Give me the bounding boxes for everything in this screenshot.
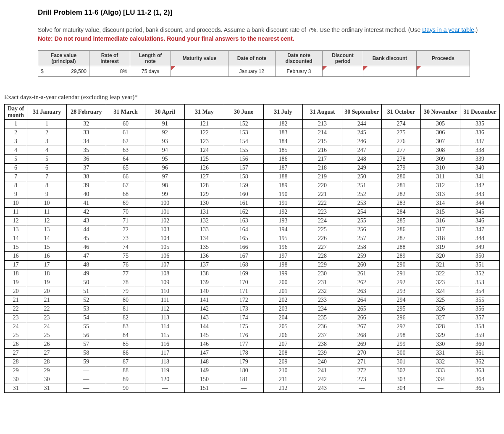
cell-value: 259 (342, 252, 381, 261)
cell-value: 364 (460, 375, 500, 384)
cell-value: 112 (145, 305, 185, 314)
cell-day: 26 (5, 340, 27, 349)
calendar-row: 14144573104134165195226257287318348 (5, 234, 500, 243)
cell-day: 8 (5, 181, 27, 190)
cell-value: 170 (224, 278, 263, 287)
cell-value: 85 (106, 340, 145, 349)
cell-value: 277 (381, 146, 421, 155)
cell-day: 9 (5, 190, 27, 199)
cell-value: 37 (66, 164, 106, 173)
cell-value: 150 (185, 375, 224, 384)
calendar-row: 55366495125156186217248278309339 (5, 155, 500, 164)
cell-value: 319 (421, 243, 460, 252)
cell-value: 137 (185, 261, 224, 269)
cell-day: 28 (5, 358, 27, 366)
cell-value: 328 (421, 322, 460, 331)
cell-value: 88 (106, 366, 145, 375)
cell-value: 165 (224, 234, 263, 243)
th-month: 31 December (460, 105, 500, 120)
instr-text-b: .) (474, 26, 478, 33)
cell-value: 250 (342, 173, 381, 181)
cell-value: 89 (106, 375, 145, 384)
cell-value: 146 (185, 340, 224, 349)
cell-value: 189 (263, 181, 303, 190)
cell-value: 62 (106, 137, 145, 146)
calendar-row: 3131—90—151—212243—304—365 (5, 384, 500, 393)
cell-value: 180 (224, 366, 263, 375)
th-month: 31 May (185, 105, 224, 120)
cell-value: 198 (263, 261, 303, 269)
proceeds-input[interactable] (417, 66, 470, 77)
cell-value: 127 (185, 173, 224, 181)
cell-value: 56 (66, 331, 106, 340)
cell-value: 125 (185, 155, 224, 164)
cell-value: 52 (66, 296, 106, 305)
cell-value: 304 (381, 384, 421, 393)
cell-value: 315 (421, 208, 460, 217)
cell-value: 124 (185, 146, 224, 155)
cell-day: 10 (5, 199, 27, 208)
cell-value: 131 (185, 208, 224, 217)
cell-value: 258 (342, 243, 381, 252)
cell-value: 153 (224, 128, 263, 137)
maturity-input[interactable] (171, 66, 228, 77)
cell-value: 87 (106, 358, 145, 366)
cell-value: 202 (263, 296, 303, 305)
cell-value: 353 (460, 278, 500, 287)
days-table-link[interactable]: Days in a year table (422, 26, 474, 33)
cell-value: 190 (263, 190, 303, 199)
cell-value: 82 (106, 314, 145, 322)
cell-value: 341 (460, 173, 500, 181)
cell-value: 157 (224, 164, 263, 173)
cell-value: 5 (27, 155, 67, 164)
bank-discount-input[interactable] (363, 66, 417, 77)
cell-value: 158 (224, 173, 263, 181)
cell-value: 215 (303, 137, 342, 146)
cell-value: 183 (263, 128, 303, 137)
face-value: 29,500 (71, 68, 87, 74)
calendar-row: 20205179110140171201232263293324354 (5, 287, 500, 296)
cell-value: 43 (66, 217, 106, 225)
instructions: Solve for maturity value, discount perio… (38, 26, 500, 34)
discount-period-input[interactable] (323, 66, 363, 77)
cell-value: 276 (381, 137, 421, 146)
cell-value: 271 (342, 358, 381, 366)
cell-value: 278 (381, 155, 421, 164)
cell-value: 19 (27, 278, 67, 287)
cell-value: 254 (342, 208, 381, 217)
cell-value: 13 (27, 225, 67, 234)
cell-value: 237 (303, 331, 342, 340)
calendar-row: 15154674105135166196227258288319349 (5, 243, 500, 252)
cell-value: 1 (27, 120, 67, 128)
cell-value: 66 (106, 173, 145, 181)
cell-value: 25 (27, 331, 67, 340)
th-month: 30 June (224, 105, 263, 120)
cell-value: 45 (66, 234, 106, 243)
cell-value: 226 (303, 234, 342, 243)
cell-value: 11 (27, 208, 67, 217)
calendar-row: 26265785116146177207238269299330360 (5, 340, 500, 349)
cell-value: 147 (185, 349, 224, 358)
cell-value: 275 (381, 128, 421, 137)
cell-value: 58 (66, 349, 106, 358)
th-month: 31 August (303, 105, 342, 120)
cell-value: 27 (27, 349, 67, 358)
cell-value: 50 (66, 278, 106, 287)
cell-value: 38 (66, 173, 106, 181)
cell-value: 145 (185, 331, 224, 340)
cell-value: 209 (263, 358, 303, 366)
th-disc-period: Discount period (323, 50, 363, 66)
cell-value: 322 (421, 269, 460, 278)
cell-value: 279 (381, 164, 421, 173)
cell-value: 206 (263, 331, 303, 340)
cell-value: 120 (145, 375, 185, 384)
cell-value: 342 (460, 181, 500, 190)
th-rate: Rate of interest (89, 50, 130, 66)
cell-value: 269 (342, 340, 381, 349)
cell-value: 138 (185, 269, 224, 278)
cell-day: 6 (5, 164, 27, 173)
cell-value: 8 (27, 181, 67, 190)
cell-day: 22 (5, 305, 27, 314)
cell-value: 17 (27, 261, 67, 269)
cell-value: 365 (460, 384, 500, 393)
